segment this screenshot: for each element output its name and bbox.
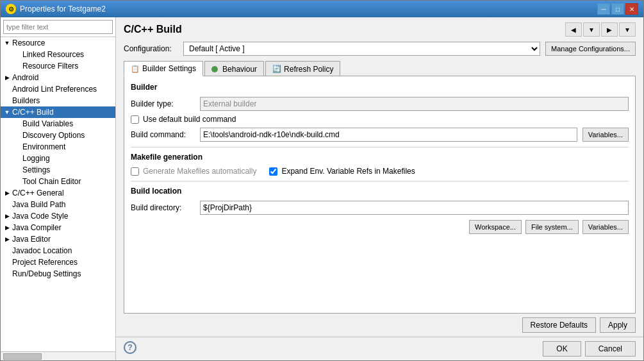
file-system-button[interactable]: File system... — [525, 220, 579, 234]
default-build-cmd-label: Use default build command — [143, 115, 236, 124]
tree-item-java-build-path[interactable]: Java Build Path — [1, 199, 115, 210]
tree-item-label-run-debug-settings: Run/Debug Settings — [12, 269, 81, 278]
scrollbar-thumb[interactable] — [3, 353, 42, 360]
tree-item-label-linked-resources: Linked Resources — [22, 50, 84, 59]
divider-2 — [131, 181, 629, 181]
expand-icon-rds — [3, 270, 11, 278]
tree-item-javadoc-location[interactable]: Javadoc Location — [1, 245, 115, 256]
tree-item-resource[interactable]: ▼ Resource — [1, 37, 115, 49]
restore-defaults-button[interactable]: Restore Defaults — [522, 317, 596, 333]
tree-item-tool-chain-editor[interactable]: Tool Chain Editor — [1, 176, 115, 187]
close-button[interactable]: ✕ — [625, 3, 638, 15]
expand-icon-resource: ▼ — [3, 39, 11, 47]
search-box — [1, 17, 115, 37]
panel-area: Builder Builder type: Use default build … — [124, 76, 636, 314]
back-dropdown-button[interactable]: ▼ — [583, 22, 600, 37]
cancel-button[interactable]: Cancel — [585, 341, 636, 357]
tree-item-label-environment: Environment — [22, 142, 65, 151]
maximize-button[interactable]: □ — [611, 3, 624, 15]
tree-item-cpp-general[interactable]: ▶ C/C++ General — [1, 187, 115, 199]
tab-behaviour[interactable]: Behaviour — [204, 61, 264, 76]
expand-icon-android-lint — [3, 85, 11, 93]
main-window: ⚙ Properties for Testgame2 ─ □ ✕ ▼ Resou… — [0, 0, 644, 361]
forward-dropdown-button[interactable]: ▼ — [619, 22, 636, 37]
tab-refresh-policy[interactable]: 🔄 Refresh Policy — [265, 61, 340, 76]
tree-item-android-lint[interactable]: Android Lint Preferences — [1, 83, 115, 95]
tree-item-project-references[interactable]: Project References — [1, 256, 115, 268]
makefile-section-title: Makefile generation — [131, 153, 629, 162]
right-panel: C/C++ Build ◀ ▼ ▶ ▼ Configuration: Defau… — [116, 17, 643, 360]
back-button[interactable]: ◀ — [565, 22, 582, 37]
tree-item-resource-filters[interactable]: Resource Filters — [1, 60, 115, 72]
config-label: Configuration: — [124, 44, 178, 53]
tree-item-build-variables[interactable]: Build Variables — [1, 118, 115, 130]
tree-item-android[interactable]: ▶ Android — [1, 72, 115, 83]
tree-item-java-code-style[interactable]: ▶ Java Code Style — [1, 210, 115, 222]
build-command-input[interactable] — [200, 128, 577, 142]
tree-item-label-android: Android — [12, 73, 38, 82]
build-location-section-title: Build location — [131, 187, 629, 196]
bottom-bar: Restore Defaults Apply — [116, 314, 643, 337]
build-command-label: Build command: — [131, 130, 195, 139]
tree-item-label-java-compiler: Java Compiler — [12, 223, 62, 232]
expand-icon-jdl — [3, 247, 11, 255]
tree-item-java-editor[interactable]: ▶ Java Editor — [1, 233, 115, 245]
expand-icon-jbp — [3, 201, 11, 208]
ok-cancel-bar: ? OK Cancel — [116, 337, 643, 360]
forward-button[interactable]: ▶ — [601, 22, 618, 37]
expand-icon-env — [13, 143, 21, 151]
tree-item-label-resource-filters: Resource Filters — [22, 62, 78, 71]
generate-makefiles-checkbox[interactable] — [131, 167, 139, 176]
expand-icon-cpp-general: ▶ — [3, 189, 11, 197]
build-command-variables-button[interactable]: Variables... — [582, 128, 629, 142]
tree-item-linked-resources[interactable]: Linked Resources — [1, 49, 115, 60]
title-bar-left: ⚙ Properties for Testgame2 — [6, 4, 106, 14]
build-location-buttons: Workspace... File system... Variables... — [131, 220, 629, 234]
tree-item-logging[interactable]: Logging — [1, 153, 115, 164]
expand-icon-resfilters — [13, 62, 21, 70]
main-content: ▼ Resource Linked Resources Resource Fil… — [1, 17, 643, 360]
nav-buttons: ◀ ▼ ▶ ▼ — [565, 22, 636, 37]
tab-builder-settings-icon: 📋 — [131, 65, 140, 73]
apply-button[interactable]: Apply — [600, 317, 636, 333]
manage-configurations-button[interactable]: Manage Configurations... — [545, 42, 636, 56]
bottom-right-buttons: Restore Defaults Apply — [522, 317, 636, 333]
tree-item-java-compiler[interactable]: ▶ Java Compiler — [1, 222, 115, 233]
build-command-row: Build command: Variables... — [131, 128, 629, 142]
tree-item-discovery-options[interactable]: Discovery Options — [1, 130, 115, 141]
tree-item-builders[interactable]: Builders — [1, 95, 115, 106]
workspace-button[interactable]: Workspace... — [469, 220, 522, 234]
config-select[interactable]: Default [ Active ] — [183, 42, 540, 56]
builder-type-row: Builder type: — [131, 97, 629, 111]
tree-item-label-android-lint: Android Lint Preferences — [12, 85, 97, 94]
expand-icon-bv — [13, 120, 21, 128]
build-location-variables-button[interactable]: Variables... — [582, 220, 629, 234]
build-directory-row: Build directory: — [131, 201, 629, 215]
tab-refresh-policy-label: Refresh Policy — [284, 65, 333, 74]
search-input[interactable] — [3, 20, 113, 34]
title-bar: ⚙ Properties for Testgame2 ─ □ ✕ — [1, 1, 643, 17]
default-build-cmd-checkbox[interactable] — [131, 115, 139, 124]
tree-item-label-resource: Resource — [12, 38, 45, 47]
expand-icon-jcomp: ▶ — [3, 224, 11, 231]
right-header: C/C++ Build ◀ ▼ ▶ ▼ — [116, 17, 643, 39]
tree-item-run-debug-settings[interactable]: Run/Debug Settings — [1, 268, 115, 280]
tree-item-label-discovery-options: Discovery Options — [22, 131, 85, 140]
tab-builder-settings[interactable]: 📋 Builder Settings — [124, 61, 203, 76]
minimize-button[interactable]: ─ — [597, 3, 610, 15]
makefile-row: Generate Makefiles automatically Expand … — [131, 167, 629, 176]
tree-item-settings[interactable]: Settings — [1, 164, 115, 176]
ok-button[interactable]: OK — [543, 341, 581, 357]
builder-section-title: Builder — [131, 83, 629, 92]
build-directory-input[interactable] — [200, 201, 629, 215]
tree-area: ▼ Resource Linked Resources Resource Fil… — [1, 37, 115, 351]
expand-env-checkbox[interactable] — [269, 167, 277, 176]
default-build-cmd-row: Use default build command — [131, 115, 629, 124]
horizontal-scrollbar[interactable] — [1, 351, 115, 360]
help-button[interactable]: ? — [124, 341, 136, 354]
tree-item-environment[interactable]: Environment — [1, 141, 115, 153]
tree-item-label-javadoc-location: Javadoc Location — [12, 246, 72, 255]
config-row: Configuration: Default [ Active ] Manage… — [116, 39, 643, 58]
refresh-policy-icon: 🔄 — [272, 65, 281, 73]
tree-item-cpp-build[interactable]: ▼ C/C++ Build — [1, 106, 115, 118]
